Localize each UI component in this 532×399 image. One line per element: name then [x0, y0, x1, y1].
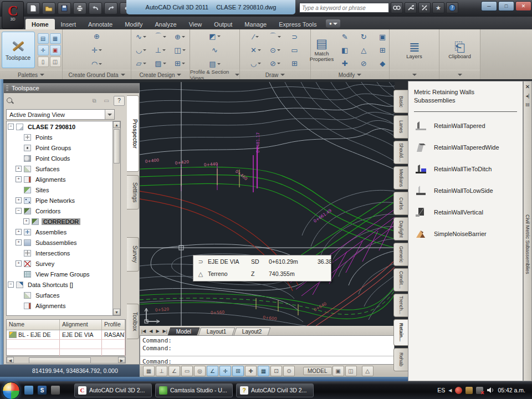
toolspace-title[interactable]: Toolspace [4, 84, 139, 93]
expand-toggle[interactable]: + [23, 218, 29, 224]
tree-item-ds-alignments[interactable]: Alignments [7, 300, 120, 311]
ground-panel-label[interactable]: Create Ground Data [63, 70, 131, 79]
view-selector-dropdown[interactable]: Active Drawing View [6, 109, 115, 120]
tree-item-survey[interactable]: +Survey [7, 258, 120, 269]
design-panel-label[interactable]: Create Design [131, 70, 190, 79]
import-survey-button[interactable]: ⊕ [89, 30, 105, 42]
search-input[interactable] [299, 3, 389, 13]
auto-hide-icon[interactable]: ◂| [524, 93, 531, 99]
expand-toggle[interactable]: + [16, 197, 22, 203]
tab-express-tools[interactable]: Express Tools [273, 19, 323, 29]
tree-scrollbar[interactable]: ▲ ▼ [112, 121, 120, 315]
model-space-button[interactable]: MODEL [303, 367, 332, 375]
subassembly-item[interactable]: RetainWallTapered [414, 115, 517, 137]
profile-panel-label[interactable]: Profile & Section Views [190, 70, 239, 79]
tab-lanes[interactable]: Lanes [393, 115, 408, 139]
layers-panel-label[interactable] [390, 70, 439, 79]
maximize-button[interactable]: □ [498, 1, 514, 11]
tab-retaining[interactable]: Retain... [393, 319, 408, 346]
tree-item-assemblies[interactable]: +Assemblies [7, 227, 120, 237]
toolspace-button[interactable]: Toolspace [2, 32, 35, 68]
tree-item-point-groups[interactable]: Point Groups [7, 142, 120, 153]
feature-line-button[interactable]: ▨ [152, 57, 169, 69]
modify-panel-label[interactable]: Modify [311, 70, 389, 79]
search-icon[interactable] [391, 2, 403, 13]
help-icon[interactable]: ? [446, 2, 458, 13]
table-row[interactable]: BL - EJE DE EJE DE VIA RASANTE [7, 330, 125, 340]
tab-model[interactable]: Model [168, 328, 200, 335]
tree-item-corredor[interactable]: +CORREDOR [7, 216, 120, 227]
tpy-toggle[interactable]: ⊡ [270, 366, 282, 376]
tab-toolbox[interactable]: Toolbox [127, 304, 139, 339]
quick-launch-desktop-icon[interactable] [51, 386, 60, 395]
first-tab-icon[interactable]: |◀ [140, 327, 147, 335]
assembly-button[interactable]: ◫ [172, 44, 188, 56]
tab-rehab[interactable]: Rehab [393, 348, 408, 371]
circle-button[interactable]: ⊙ [267, 44, 284, 56]
plot-button[interactable] [73, 2, 86, 14]
tray-error-icon[interactable]: ✕ [476, 387, 483, 394]
corridor-button[interactable]: ▱ [133, 57, 150, 69]
tab-view[interactable]: View [183, 19, 208, 29]
polyline-button[interactable]: ⊃ [287, 30, 303, 43]
application-menu-button[interactable]: C 3D [2, 1, 24, 29]
move-button[interactable]: ✚ [336, 57, 353, 69]
next-tab-icon[interactable]: ▶ [154, 327, 161, 335]
tree-item-data-shortcuts[interactable]: −Data Shortcuts [] [7, 279, 120, 290]
clipboard-button[interactable]: ⎗ Clipboard [443, 32, 477, 68]
intersection-button[interactable]: ⊕ [172, 30, 188, 43]
properties-icon[interactable]: ▤ [524, 102, 531, 107]
ducs-toggle[interactable]: ⊞ [232, 366, 244, 376]
search-icon[interactable] [6, 97, 14, 105]
tree-item-corridors[interactable]: −Corridors [7, 206, 120, 216]
taskbar-button-camtasia[interactable]: Camtasia Studio - U... [155, 383, 233, 397]
tree-item-sites[interactable]: Sites [7, 185, 120, 195]
tree-item-drawing[interactable]: −CLASE 7 290810 [7, 121, 120, 132]
survey-toolspace-toggle[interactable]: ✛ [38, 45, 49, 55]
trim-button[interactable]: ▣ [374, 30, 391, 43]
tab-generic[interactable]: Generic [393, 243, 408, 266]
drawing-viewport[interactable]: 0+400 0+420 0+440 0+460 0+481.17 0+661.4… [140, 82, 395, 326]
favorites-star-icon[interactable]: ★ [432, 2, 444, 13]
close-icon[interactable]: ✕ [524, 84, 531, 90]
fillet-button[interactable]: △ [355, 44, 372, 56]
undo-button[interactable] [89, 2, 102, 14]
tab-trench[interactable]: Trench... [393, 294, 408, 317]
ellipse-button[interactable]: ⊘ [267, 57, 284, 69]
expand-toggle[interactable]: + [16, 166, 22, 172]
scroll-down-icon[interactable]: ▼ [113, 309, 120, 315]
section-views-button[interactable]: ▤ [207, 58, 223, 70]
subassembly-item[interactable]: RetainWallVertical [414, 202, 517, 223]
profile-view-button[interactable]: ◩ [207, 30, 223, 42]
tree-item-ds-surfaces[interactable]: Surfaces [7, 290, 120, 300]
list-header[interactable]: Name Alignment Profile [7, 320, 125, 330]
snap-toggle[interactable]: ⊥ [156, 366, 167, 376]
tab-curbs[interactable]: Curbs [393, 192, 408, 215]
help-icon[interactable]: ? [114, 96, 125, 106]
tab-insert[interactable]: Insert [55, 19, 83, 29]
scroll-up-icon[interactable]: ▲ [113, 121, 120, 128]
wrench-icon[interactable] [405, 2, 417, 13]
tool-palettes-toggle[interactable]: ▦ [50, 33, 61, 44]
erase-button[interactable]: ✎ [336, 30, 353, 43]
scroll-right-icon[interactable]: ▶ [118, 357, 125, 363]
language-indicator[interactable]: ES [437, 387, 445, 393]
rectangle-button[interactable]: ▭ [287, 44, 303, 56]
scroll-left-icon[interactable]: ◀ [7, 357, 14, 363]
show-hidden-icons-icon[interactable]: ◀ [448, 388, 452, 393]
drawing-recovery-toggle[interactable]: ◫ [50, 57, 61, 67]
spline-button[interactable]: ◡ [248, 57, 264, 69]
expand-toggle[interactable]: + [16, 229, 22, 235]
list-horizontal-scrollbar[interactable]: ◀ ▶ [6, 356, 126, 364]
communication-center-icon[interactable] [418, 2, 431, 13]
grid-toggle[interactable]: ∠ [168, 366, 180, 376]
command-window[interactable]: Command: Command: Command: [140, 335, 395, 365]
parcel-button[interactable]: ⌒ [152, 30, 169, 43]
tab-modify[interactable]: Modify [119, 19, 149, 29]
volume-icon[interactable] [487, 387, 494, 393]
rotate-button[interactable]: ↻ [355, 30, 372, 43]
expand-toggle[interactable]: + [16, 260, 22, 267]
draw-panel-label[interactable]: Draw [240, 70, 310, 79]
copy-button[interactable]: ◧ [336, 44, 353, 56]
tree-item-intersections[interactable]: Intersections [7, 248, 120, 258]
